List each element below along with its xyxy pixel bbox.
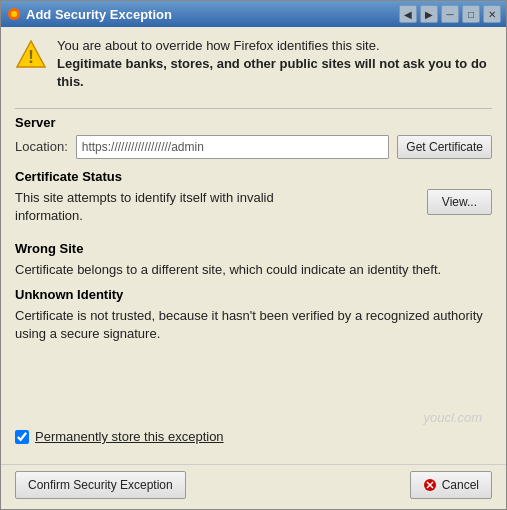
firefox-icon [6, 6, 22, 22]
titlebar: Add Security Exception ◀ ▶ ─ □ ✕ [1, 1, 506, 27]
warning-line2: Legitimate banks, stores, and other publ… [57, 56, 487, 89]
spacer [15, 352, 492, 411]
cert-status-title: Certificate Status [15, 169, 492, 184]
unknown-identity-section: Unknown Identity Certificate is not trus… [15, 287, 492, 343]
cancel-icon [423, 478, 437, 492]
scroll-right-btn[interactable]: ▶ [420, 5, 438, 23]
dialog-window: Add Security Exception ◀ ▶ ─ □ ✕ ! You a… [0, 0, 507, 510]
scroll-left-btn[interactable]: ◀ [399, 5, 417, 23]
location-input[interactable] [76, 135, 390, 159]
svg-text:!: ! [28, 47, 34, 67]
cancel-label: Cancel [442, 478, 479, 492]
get-certificate-button[interactable]: Get Certificate [397, 135, 492, 159]
location-label: Location: [15, 139, 68, 154]
svg-point-1 [11, 11, 17, 17]
wrong-site-description: Certificate belongs to a different site,… [15, 261, 492, 279]
window-title: Add Security Exception [26, 7, 172, 22]
cancel-button[interactable]: Cancel [410, 471, 492, 499]
dialog-footer: Confirm Security Exception Cancel [1, 464, 506, 509]
location-row: Location: Get Certificate [15, 135, 492, 159]
maximize-button[interactable]: □ [462, 5, 480, 23]
permanently-store-checkbox[interactable] [15, 430, 29, 444]
confirm-security-exception-button[interactable]: Confirm Security Exception [15, 471, 186, 499]
unknown-identity-description: Certificate is not trusted, because it h… [15, 307, 492, 343]
watermark: youcl.com [15, 410, 492, 429]
cert-status-body: This site attempts to identify itself wi… [15, 189, 492, 225]
server-section-title: Server [15, 115, 492, 130]
wrong-site-section: Wrong Site Certificate belongs to a diff… [15, 241, 492, 279]
permanently-store-label[interactable]: Permanently store this exception [35, 429, 224, 444]
titlebar-left: Add Security Exception [6, 6, 172, 22]
view-button[interactable]: View... [427, 189, 492, 215]
server-section: Server Location: Get Certificate [15, 115, 492, 159]
divider-1 [15, 108, 492, 109]
warning-text: You are about to override how Firefox id… [57, 37, 492, 92]
warning-icon: ! [15, 39, 47, 71]
titlebar-controls: ◀ ▶ ─ □ ✕ [399, 5, 501, 23]
dialog-content: ! You are about to override how Firefox … [1, 27, 506, 464]
certificate-status-section: Certificate Status This site attempts to… [15, 169, 492, 233]
minimize-button[interactable]: ─ [441, 5, 459, 23]
cert-status-description: This site attempts to identify itself wi… [15, 189, 335, 225]
warning-line1: You are about to override how Firefox id… [57, 38, 380, 53]
checkbox-row: Permanently store this exception [15, 429, 492, 444]
close-button[interactable]: ✕ [483, 5, 501, 23]
unknown-identity-title: Unknown Identity [15, 287, 492, 302]
warning-section: ! You are about to override how Firefox … [15, 37, 492, 92]
wrong-site-title: Wrong Site [15, 241, 492, 256]
